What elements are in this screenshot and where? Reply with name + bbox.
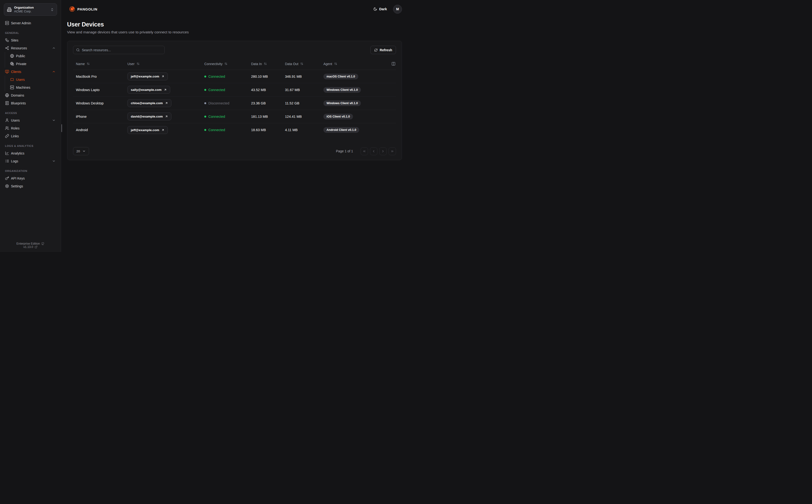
sidebar-item-blueprints[interactable]: Blueprints <box>4 99 57 107</box>
user-email: chloe@example.com <box>131 101 163 105</box>
user-link-button[interactable]: sally@example.com <box>127 86 170 94</box>
user-link-button[interactable]: david@example.com <box>127 113 171 120</box>
org-switcher[interactable]: Organization ACME Corp. <box>4 3 57 16</box>
arrow-up-down-icon[interactable] <box>87 62 90 65</box>
chevron-left-icon <box>372 149 375 153</box>
arrow-up-down-icon[interactable] <box>334 62 337 65</box>
page-next-button[interactable] <box>379 147 387 155</box>
sidebar-item-label: Users <box>16 78 25 82</box>
theme-toggle[interactable]: Dark <box>373 7 387 11</box>
laptop-icon <box>10 77 14 82</box>
status-dot <box>204 129 206 131</box>
table-row: MacBook Projeff@example.comConnected280.… <box>73 70 396 83</box>
sidebar-item-access-users[interactable]: Users <box>4 116 57 124</box>
sidebar-item-users[interactable]: Users <box>5 76 57 83</box>
arrow-up-down-icon[interactable] <box>264 62 267 65</box>
sidebar-item-logs[interactable]: Logs <box>4 157 57 165</box>
sidebar-item-label: Settings <box>11 184 23 188</box>
columns-icon <box>391 62 396 66</box>
page-subtitle: View and manage devices that users use t… <box>67 30 402 34</box>
server-icon <box>10 85 14 89</box>
device-name-cell: Windows Desktop <box>73 101 124 105</box>
sidebar-item-private[interactable]: Private <box>5 60 57 68</box>
device-name-cell: Windows Lapto <box>73 88 124 92</box>
arrow-up-right-icon <box>164 88 167 91</box>
agent-cell: Android Client v0.1.0 <box>321 127 396 133</box>
data-in-cell: 23.36 GB <box>248 101 282 105</box>
status-dot <box>204 102 206 104</box>
page-title: User Devices <box>67 21 402 28</box>
sidebar-item-links[interactable]: Links <box>4 132 57 140</box>
column-visibility-button[interactable] <box>391 62 396 66</box>
user-cell: chloe@example.com <box>124 99 201 107</box>
sidebar-item-roles[interactable]: Roles <box>4 124 57 132</box>
avatar[interactable]: M <box>393 5 402 14</box>
arrow-up-down-icon[interactable] <box>300 62 303 65</box>
chevron-right-icon <box>381 149 385 153</box>
sidebar-item-clients[interactable]: Clients <box>4 68 57 76</box>
page-prev-button[interactable] <box>370 147 377 155</box>
refresh-icon <box>374 48 378 52</box>
status-label: Connected <box>209 88 225 92</box>
sidebar-item-server-admin[interactable]: Server Admin <box>4 19 57 27</box>
table-row: Windows Desktopchloe@example.comDisconne… <box>73 97 396 110</box>
sidebar-item-label: Analytics <box>11 151 24 155</box>
user-cell: david@example.com <box>124 113 201 120</box>
table-row: Windows Laptosally@example.comConnected4… <box>73 83 396 97</box>
user-link-button[interactable]: jeff@example.com <box>127 72 168 80</box>
sidebar-item-analytics[interactable]: Analytics <box>4 149 57 157</box>
receipt-icon <box>5 101 9 105</box>
user-cell: jeff@example.com <box>124 72 201 80</box>
user-link-button[interactable]: jeff@example.com <box>127 126 168 134</box>
user-link-button[interactable]: chloe@example.com <box>127 99 171 107</box>
sidebar-item-sites[interactable]: Sites <box>4 36 57 44</box>
chevrons-up-down-icon <box>50 8 54 11</box>
search-input[interactable] <box>82 48 161 52</box>
agent-cell: iOS Client v0.1.0 <box>321 114 396 119</box>
sidebar-item-label: Public <box>16 54 25 58</box>
sidebar-item-domains[interactable]: Domains <box>4 91 57 99</box>
device-name-cell: Android <box>73 128 124 132</box>
link-icon <box>5 134 9 138</box>
connectivity-cell: Connected <box>201 128 248 132</box>
sidebar-item-settings[interactable]: Settings <box>4 182 57 190</box>
brand-logo[interactable]: PANGOLIN <box>69 6 97 12</box>
agent-badge: iOS Client v0.1.0 <box>323 114 353 119</box>
data-out-cell: 11.52 GB <box>282 101 321 105</box>
chevrons-right-icon <box>390 149 394 153</box>
sidebar-item-label: Logs <box>11 159 18 163</box>
refresh-button[interactable]: Refresh <box>370 46 396 54</box>
chevron-up-icon[interactable] <box>52 70 56 73</box>
chevron-up-icon[interactable] <box>52 46 56 50</box>
sidebar-item-label: Clients <box>11 70 21 74</box>
sidebar-item-public[interactable]: Public <box>5 52 57 60</box>
connectivity-cell: Connected <box>201 88 248 92</box>
status-dot <box>204 116 206 118</box>
sidebar-scrollbar-thumb[interactable] <box>61 124 62 132</box>
sidebar-item-resources[interactable]: Resources <box>4 44 57 52</box>
users-icon <box>5 126 9 130</box>
arrow-up-down-icon[interactable] <box>225 62 228 65</box>
table-header-row: NameUserConnectivityData InData OutAgent <box>73 58 396 70</box>
main-content: PANGOLIN Dark M User Devices View and ma… <box>61 0 406 252</box>
search-icon <box>76 48 80 52</box>
logs-icon <box>5 159 9 163</box>
arrow-up-down-icon[interactable] <box>136 62 140 65</box>
column-header-data-out: Data Out <box>282 62 321 66</box>
version-link[interactable]: v1.13.0 <box>23 245 37 249</box>
sidebar-item-label: Machines <box>16 86 30 89</box>
sidebar-item-machines[interactable]: Machines <box>5 83 57 91</box>
column-label: Agent <box>323 62 332 66</box>
server-icon <box>5 21 9 25</box>
status-label: Connected <box>209 128 225 132</box>
sidebar-item-api-keys[interactable]: API Keys <box>4 174 57 182</box>
page-last-button[interactable] <box>389 147 396 155</box>
globe-icon <box>5 93 9 97</box>
chevron-down-icon[interactable] <box>52 159 56 163</box>
edition-link[interactable]: Enterprise Edition <box>16 242 45 245</box>
table-body: MacBook Projeff@example.comConnected280.… <box>73 70 396 137</box>
share-icon <box>5 46 9 50</box>
page-first-button[interactable] <box>361 147 368 155</box>
page-size-select[interactable]: 20 <box>73 147 89 155</box>
chevron-down-icon[interactable] <box>52 118 56 122</box>
